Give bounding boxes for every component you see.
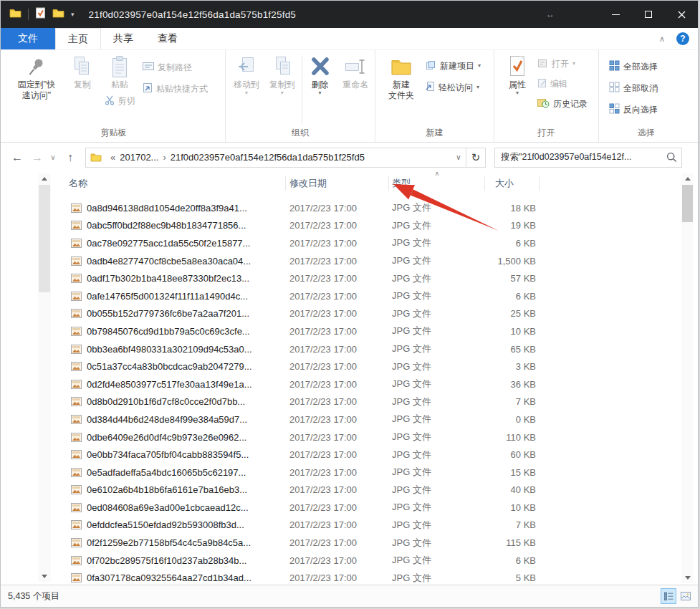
- file-row[interactable]: 0b055b152d779736fc6be7a2aa7f201... 2017/…: [54, 305, 679, 323]
- properties-button[interactable]: 属性 ▾: [500, 52, 534, 97]
- breadcrumb-collapsed-icon[interactable]: «: [110, 152, 115, 163]
- refresh-button[interactable]: ↻: [466, 148, 486, 168]
- file-row[interactable]: 0f702bc289575f16f10d237ab28b34b... 2017/…: [54, 552, 679, 570]
- select-none-button[interactable]: 全部取消: [606, 77, 661, 99]
- select-all-button[interactable]: 全部选择: [606, 56, 661, 77]
- file-list-pane: ∧ 名称 修改日期 类型 大小 0a8d946138d8d1054de20ff8…: [1, 172, 698, 585]
- file-row[interactable]: 0b79845076cd9d1bb79a5c0c69c3cfe... 2017/…: [54, 322, 679, 340]
- rename-button[interactable]: 重命名: [337, 52, 375, 92]
- copy-button[interactable]: 复制: [65, 52, 100, 92]
- status-bar: 5,435 个项目: [1, 585, 698, 607]
- file-row[interactable]: 0abc5ff0bd2f88ec9b48b1834771856... 2017/…: [54, 217, 679, 235]
- tab-share[interactable]: 共享: [101, 28, 145, 49]
- file-row[interactable]: 0ac78e092775acc1da55c50f2e15877... 2017/…: [54, 234, 679, 252]
- file-row[interactable]: 0bb3ea6bf4980331a302109d94c53a0... 2017/…: [54, 340, 679, 358]
- pin-to-quick-access-button[interactable]: 固定到"快 速访问": [8, 52, 65, 102]
- address-dropdown-caret-icon[interactable]: ∨: [451, 153, 466, 161]
- file-date-modified: 2017/2/23 17:00: [286, 220, 389, 231]
- file-row[interactable]: 0adf17b302b1ba418ee87330bf2ec13... 2017/…: [54, 269, 679, 287]
- paste-shortcut-button[interactable]: 粘贴快捷方式: [140, 78, 211, 100]
- list-scrollbar[interactable]: [681, 173, 694, 583]
- qat-new-folder-icon[interactable]: [52, 8, 64, 21]
- file-size: 19 KB: [485, 220, 540, 231]
- breadcrumb-root[interactable]: 201702...: [120, 152, 158, 163]
- file-row[interactable]: 0d2fd4e8503977c517fe30aa13f49e1a... 2017…: [54, 375, 679, 393]
- column-header-modified[interactable]: 修改日期: [286, 176, 389, 191]
- up-button[interactable]: ↑: [59, 151, 81, 164]
- list-scroll-up-icon[interactable]: [681, 173, 694, 184]
- nav-scroll-up-icon[interactable]: [38, 173, 51, 184]
- invert-selection-button[interactable]: 反向选择: [606, 99, 661, 120]
- search-icon[interactable]: [666, 152, 677, 163]
- minimize-button[interactable]: [599, 1, 632, 28]
- file-row[interactable]: 0a8d946138d8d1054de20ff8a3f9a41... 2017/…: [54, 199, 679, 217]
- column-header-size[interactable]: 大小: [485, 176, 540, 191]
- copy-to-button[interactable]: 复制到 ▾: [264, 52, 300, 97]
- thumbnail-view-button[interactable]: [678, 588, 694, 604]
- history-button[interactable]: 历史记录: [534, 94, 590, 114]
- file-row[interactable]: 0d8b0d2910b1f6d7cf8c0cce2f0d7bb... 2017/…: [54, 393, 679, 411]
- file-row[interactable]: 0adb4e8277470cf8cbe5a8ea30aca04... 2017/…: [54, 252, 679, 270]
- file-row[interactable]: 0fa307178ca09325564aa27cd1b34ad... 2017/…: [54, 569, 679, 585]
- column-header-type[interactable]: 类型: [389, 176, 485, 191]
- file-type: JPG 文件: [389, 236, 485, 249]
- cut-button[interactable]: 剪切: [102, 92, 138, 110]
- edit-button[interactable]: 编辑: [534, 74, 590, 94]
- file-row[interactable]: 0dbe6409e26d0df4c9b973e26e0962... 2017/2…: [54, 428, 679, 446]
- file-row[interactable]: 0d384d44b6d248de84f99e384a59d7... 2017/2…: [54, 411, 679, 428]
- tab-home[interactable]: 主页: [55, 28, 101, 49]
- tab-file[interactable]: 文件: [1, 28, 55, 49]
- forward-button[interactable]: →: [28, 151, 47, 164]
- tab-view[interactable]: 查看: [145, 28, 190, 49]
- breadcrumb-current[interactable]: 21f0d023957e0af154e12f56da1da575b1f25fd5: [171, 152, 365, 163]
- move-to-button[interactable]: 移动到 ▾: [229, 52, 264, 97]
- address-bar[interactable]: « 201702... › 21f0d023957e0af154e12f56da…: [85, 148, 466, 168]
- thumbnail-view-icon: [681, 592, 691, 600]
- paste-button[interactable]: 粘贴: [109, 52, 130, 92]
- nav-scroll-thumb[interactable]: [39, 185, 50, 292]
- back-button[interactable]: ←: [6, 151, 28, 164]
- easy-access-caret-icon: ▾: [476, 85, 479, 90]
- file-type: JPG 文件: [389, 572, 485, 585]
- nav-scroll-down-icon[interactable]: [38, 571, 51, 582]
- breadcrumb-chevron-icon[interactable]: ›: [163, 152, 166, 163]
- file-row[interactable]: 0e0bb734faca705fbf04cabb883594f5... 2017…: [54, 446, 679, 464]
- jpg-file-icon: [71, 520, 82, 529]
- close-button[interactable]: [665, 1, 698, 28]
- file-row[interactable]: 0e6102a6b4b18b6fa6161e7ba16eb3... 2017/2…: [54, 481, 679, 499]
- easy-access-button[interactable]: 轻松访问 ▾: [423, 77, 484, 98]
- copy-to-label: 复制到: [269, 80, 295, 90]
- column-header-row: ∧ 名称 修改日期 类型 大小: [54, 172, 679, 195]
- jpg-file-icon: [71, 503, 82, 512]
- open-button[interactable]: 打开 ▾: [534, 54, 590, 74]
- help-icon[interactable]: ?: [676, 32, 689, 45]
- list-scroll-down-icon[interactable]: [681, 572, 694, 583]
- file-size: 7 KB: [485, 519, 540, 530]
- recent-locations-caret-icon[interactable]: ∨: [47, 153, 59, 161]
- maximize-button[interactable]: [632, 1, 665, 28]
- details-view-button[interactable]: [661, 588, 676, 604]
- file-row[interactable]: 0ed084608a69e3ad00e1cbcaead12c... 2017/2…: [54, 499, 679, 517]
- column-header-name[interactable]: 名称: [54, 176, 286, 191]
- search-input[interactable]: [501, 153, 666, 163]
- collapse-ribbon-icon[interactable]: ∧: [659, 34, 665, 44]
- file-size: 5 KB: [485, 572, 540, 583]
- file-row[interactable]: 0e5adfadeffa5a4bdc16065b5c62197... 2017/…: [54, 464, 679, 481]
- qat-customize-caret-icon[interactable]: ▾: [71, 11, 75, 18]
- list-scroll-thumb[interactable]: [682, 185, 693, 222]
- delete-button[interactable]: 删除 ▾: [303, 52, 336, 97]
- paste-shortcut-icon: [143, 82, 153, 95]
- file-row[interactable]: 0c51a37cc4a83b0bcdcac9ab2047279... 2017/…: [54, 358, 679, 375]
- file-row[interactable]: 0f2f1259e2b77158bf54c4c5a9b84c5a... 2017…: [54, 534, 679, 552]
- file-date-modified: 2017/2/23 17:00: [286, 396, 389, 407]
- address-bar-row: ← → ∨ ↑ « 201702... › 21f0d023957e0af154…: [1, 143, 698, 172]
- qat-properties-icon[interactable]: [35, 7, 46, 21]
- new-folder-button[interactable]: 新建 文件夹: [380, 52, 423, 102]
- file-row[interactable]: 0efddcfea5150efdad92b593008fb3d... 2017/…: [54, 517, 679, 534]
- file-row[interactable]: 0afe14765f5d001324f11f11a1490d4c... 2017…: [54, 287, 679, 305]
- copy-path-button[interactable]: 复制路径: [140, 57, 211, 78]
- sort-ascending-icon: ∧: [389, 172, 485, 177]
- new-item-button[interactable]: 新建项目 ▾: [423, 55, 484, 77]
- nav-pane-scrollbar[interactable]: [38, 173, 51, 582]
- file-type: JPG 文件: [389, 413, 485, 426]
